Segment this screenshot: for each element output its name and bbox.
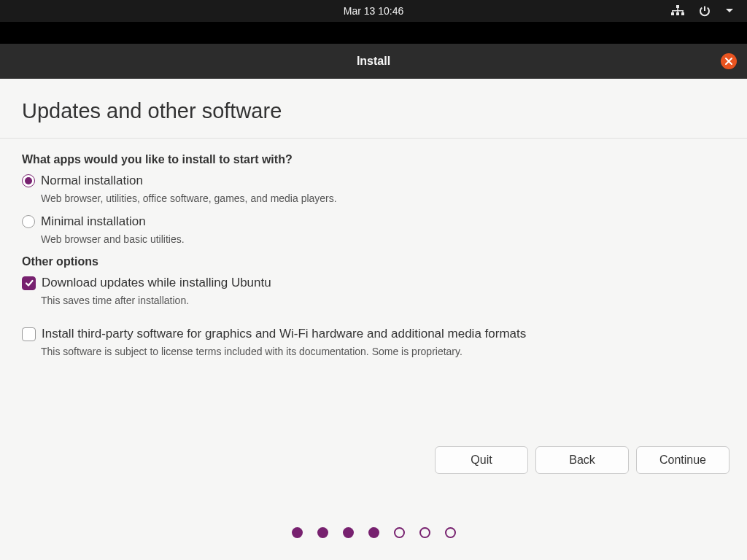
progress-dot-2 <box>317 527 328 538</box>
desktop-topbar: Mar 13 10:46 <box>0 0 747 22</box>
close-button[interactable] <box>721 53 737 69</box>
check-icon <box>24 278 34 288</box>
progress-dots <box>0 527 747 538</box>
svg-rect-8 <box>677 10 678 13</box>
progress-dot-5 <box>394 527 405 538</box>
radio-minimal-desc: Web browser and basic utilities. <box>41 233 725 245</box>
progress-dot-3 <box>343 527 354 538</box>
radio-minimal-label: Minimal installation <box>41 214 146 229</box>
radio-normal-desc: Web browser, utilities, office software,… <box>41 192 725 204</box>
apps-question: What apps would you like to install to s… <box>22 153 725 166</box>
checkbox-thirdparty-label: Install third-party software for graphic… <box>42 327 526 341</box>
power-icon[interactable] <box>699 5 711 17</box>
radio-dot-icon <box>25 177 32 184</box>
window-titlebar: Install <box>0 44 747 79</box>
other-options-heading: Other options <box>22 255 725 268</box>
content-area: Updates and other software What apps wou… <box>0 79 747 357</box>
progress-dot-7 <box>445 527 456 538</box>
progress-dot-4 <box>368 527 379 538</box>
topbar-datetime: Mar 13 10:46 <box>344 5 404 17</box>
checkbox-updates-indicator[interactable] <box>22 276 36 290</box>
radio-normal-install[interactable]: Normal installation <box>22 174 725 188</box>
checkbox-thirdparty-desc: This software is subject to license term… <box>41 346 725 357</box>
installer-window: Install Updates and other software What … <box>0 44 747 560</box>
desktop-gap <box>0 22 747 44</box>
checkbox-thirdparty-indicator[interactable] <box>22 327 36 341</box>
close-icon <box>724 57 733 66</box>
radio-normal-label: Normal installation <box>41 174 143 188</box>
network-icon[interactable] <box>671 5 684 17</box>
radio-minimal-install[interactable]: Minimal installation <box>22 214 725 229</box>
checkbox-thirdparty[interactable]: Install third-party software for graphic… <box>22 327 725 341</box>
quit-button[interactable]: Quit <box>435 446 528 474</box>
progress-dot-1 <box>292 527 303 538</box>
continue-button[interactable]: Continue <box>636 446 729 474</box>
back-button[interactable]: Back <box>535 446 629 474</box>
radio-normal-indicator[interactable] <box>22 174 35 187</box>
radio-minimal-indicator[interactable] <box>22 215 35 228</box>
topbar-indicators <box>671 5 734 17</box>
footer-buttons: Quit Back Continue <box>435 446 729 474</box>
checkbox-download-updates[interactable]: Download updates while installing Ubuntu <box>22 276 725 290</box>
chevron-down-icon[interactable] <box>725 8 734 14</box>
progress-dot-6 <box>419 527 430 538</box>
checkbox-updates-desc: This saves time after installation. <box>41 295 725 306</box>
window-title: Install <box>357 55 390 68</box>
divider <box>0 138 747 139</box>
page-title: Updates and other software <box>22 99 725 123</box>
checkbox-updates-label: Download updates while installing Ubuntu <box>42 276 271 290</box>
svg-rect-7 <box>682 10 683 13</box>
svg-rect-6 <box>672 10 673 13</box>
